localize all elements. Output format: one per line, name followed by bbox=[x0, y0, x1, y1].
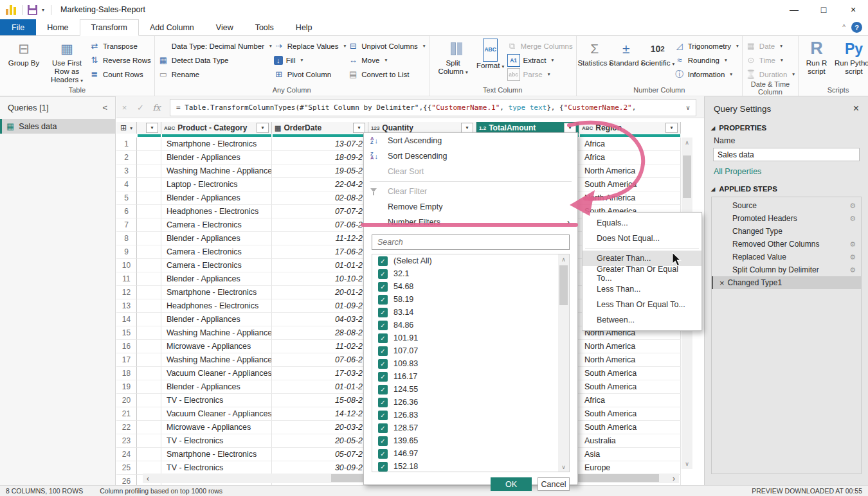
cell-product[interactable]: Blender - Appliances bbox=[161, 313, 272, 326]
filter-menu-item-clear-filter[interactable]: Clear Filter bbox=[364, 184, 577, 199]
row-number[interactable]: 6 bbox=[116, 205, 137, 218]
cell-date[interactable]: 20-01-2 bbox=[272, 286, 368, 299]
checkbox-checked-icon[interactable]: ✓ bbox=[378, 462, 388, 472]
cell-product[interactable]: Camera - Electronics bbox=[161, 259, 272, 272]
checkbox-checked-icon[interactable]: ✓ bbox=[378, 359, 388, 369]
cell-region[interactable]: Africa bbox=[579, 137, 681, 151]
cell-product[interactable]: Blender - Appliances bbox=[161, 191, 272, 205]
ribbon-button-standard[interactable]: ±Standard▾ bbox=[611, 37, 641, 85]
cell-date[interactable]: 22-04-2 bbox=[272, 178, 368, 191]
cell-date[interactable]: 20-05-2 bbox=[272, 434, 368, 448]
cell-hidden[interactable] bbox=[137, 299, 161, 313]
cell-date[interactable]: 13-07-2 bbox=[272, 137, 368, 151]
cell-product[interactable]: Blender - Appliances bbox=[161, 380, 272, 394]
tab-file[interactable]: File bbox=[0, 19, 36, 35]
cell-date[interactable]: 28-08-2 bbox=[272, 326, 368, 340]
row-number[interactable]: 25 bbox=[116, 461, 137, 475]
cell-product[interactable]: Headphones - Electronics bbox=[161, 299, 272, 313]
all-properties-link[interactable]: All Properties bbox=[705, 163, 868, 182]
scroll-right-icon[interactable]: › bbox=[669, 474, 679, 483]
checkbox-checked-icon[interactable]: ✓ bbox=[378, 436, 388, 446]
row-number[interactable]: 7 bbox=[116, 218, 137, 232]
cell-hidden[interactable] bbox=[137, 205, 161, 218]
row-number[interactable]: 21 bbox=[116, 407, 137, 421]
ribbon-button-replace-values[interactable]: ⇢Replace Values▾ bbox=[274, 40, 346, 51]
ribbon-button-group-by[interactable]: ⊟Group By bbox=[3, 37, 44, 85]
scrollbar-thumb[interactable] bbox=[559, 265, 568, 305]
ribbon-button-date[interactable]: ▦Date▾ bbox=[746, 40, 795, 51]
cell-region[interactable]: Africa bbox=[579, 151, 681, 164]
filter-value-row[interactable]: ✓124.55 bbox=[372, 383, 569, 396]
search-input[interactable] bbox=[372, 235, 569, 249]
cell-date[interactable]: 01-09-2 bbox=[272, 299, 368, 313]
cell-date[interactable]: 17-03-2 bbox=[272, 367, 368, 380]
cell-region[interactable]: South America bbox=[579, 178, 681, 191]
checkbox-checked-icon[interactable]: ✓ bbox=[378, 333, 388, 343]
cell-date[interactable]: 15-08-2 bbox=[272, 394, 368, 407]
ribbon-button-run-python-script[interactable]: PyRun Python script bbox=[833, 37, 868, 85]
cell-region[interactable]: Australia bbox=[579, 434, 681, 448]
gear-icon[interactable]: ⚙ bbox=[849, 253, 856, 261]
collapse-pane-icon[interactable]: < bbox=[102, 103, 107, 112]
cell-product[interactable]: Blender - Appliances bbox=[161, 151, 272, 164]
row-number[interactable]: 20 bbox=[116, 394, 137, 407]
cell-region[interactable]: Africa bbox=[579, 394, 681, 407]
filter-value-row[interactable]: ✓54.68 bbox=[372, 280, 569, 293]
cell-product[interactable]: Blender - Appliances bbox=[161, 272, 272, 286]
cell-region[interactable]: South America bbox=[579, 367, 681, 380]
cell-region[interactable]: South America bbox=[579, 380, 681, 394]
cell-date[interactable]: 19-05-2 bbox=[272, 164, 368, 178]
filter-dropdown-icon[interactable]: ▾ bbox=[146, 123, 158, 133]
ribbon-button-merge-columns[interactable]: ⧉Merge Columns bbox=[507, 40, 573, 51]
cell-hidden[interactable] bbox=[137, 164, 161, 178]
scroll-down-icon[interactable]: ∨ bbox=[682, 459, 692, 469]
cell-region[interactable]: North America bbox=[579, 164, 681, 178]
cell-product[interactable]: TV - Electronics bbox=[161, 434, 272, 448]
cell-date[interactable]: 11-02-2 bbox=[272, 340, 368, 353]
column-header-region[interactable]: ABCRegion▾ bbox=[579, 122, 681, 134]
cell-region[interactable]: North America bbox=[579, 340, 681, 353]
row-number[interactable]: 26 bbox=[116, 475, 137, 485]
checkbox-checked-icon[interactable]: ✓ bbox=[378, 256, 388, 266]
scroll-left-icon[interactable]: ‹ bbox=[143, 474, 153, 483]
ribbon-button-move[interactable]: ↔Move▾ bbox=[348, 55, 425, 66]
cell-hidden[interactable] bbox=[137, 137, 161, 151]
cell-hidden[interactable] bbox=[137, 191, 161, 205]
filter-value-row[interactable]: ✓126.36 bbox=[372, 396, 569, 409]
cell-hidden[interactable] bbox=[137, 326, 161, 340]
query-item-sales-data[interactable]: ▦ Sales data bbox=[0, 119, 115, 134]
cell-hidden[interactable] bbox=[137, 340, 161, 353]
cell-hidden[interactable] bbox=[137, 178, 161, 191]
ribbon-button-format[interactable]: ABCFormat▾ bbox=[476, 37, 505, 85]
cell-date[interactable]: 20-03-2 bbox=[272, 421, 368, 434]
submenu-item-does-not-equal[interactable]: Does Not Equal... bbox=[583, 231, 701, 246]
cell-product[interactable]: Microwave - Appliances bbox=[161, 340, 272, 353]
filter-value-row[interactable]: ✓109.83 bbox=[372, 357, 569, 370]
checkbox-checked-icon[interactable]: ✓ bbox=[378, 308, 388, 317]
cell-hidden[interactable] bbox=[137, 380, 161, 394]
row-number[interactable]: 22 bbox=[116, 421, 137, 434]
row-number[interactable]: 10 bbox=[116, 259, 137, 272]
properties-section-header[interactable]: ◢ PROPERTIES bbox=[705, 121, 868, 134]
cell-region[interactable]: North America bbox=[579, 353, 681, 367]
checkbox-checked-icon[interactable]: ✓ bbox=[378, 346, 388, 356]
list-scrollbar[interactable]: ∧ ∨ bbox=[558, 254, 569, 472]
checkbox-checked-icon[interactable]: ✓ bbox=[378, 372, 388, 382]
row-number[interactable]: 2 bbox=[116, 151, 137, 164]
ribbon-button-transpose[interactable]: ⇄Transpose bbox=[89, 40, 151, 51]
submenu-item-less-than[interactable]: Less Than... bbox=[583, 281, 701, 297]
cell-region[interactable]: South America bbox=[579, 421, 681, 434]
filter-menu-item-sort-ascending[interactable]: AZ↓Sort Ascending bbox=[364, 133, 577, 148]
cell-product[interactable]: Washing Machine - Appliances bbox=[161, 353, 272, 367]
cell-date[interactable]: 02-08-2 bbox=[272, 191, 368, 205]
cell-date[interactable]: 01-01-2 bbox=[272, 380, 368, 394]
cell-product[interactable]: Camera - Electronics bbox=[161, 218, 272, 232]
ribbon-button-convert-to-list[interactable]: ▤Convert to List bbox=[348, 69, 425, 80]
ribbon-button-fill[interactable]: ↓Fill▾ bbox=[274, 55, 346, 66]
filter-value-row[interactable]: ✓128.57 bbox=[372, 421, 569, 434]
cell-region[interactable]: Asia bbox=[579, 448, 681, 461]
filter-search-box[interactable] bbox=[372, 235, 570, 250]
cell-hidden[interactable] bbox=[137, 461, 161, 475]
applied-step-changed-type[interactable]: Changed Type bbox=[712, 225, 861, 238]
ribbon-button-extract[interactable]: A1Extract▾ bbox=[507, 55, 573, 66]
